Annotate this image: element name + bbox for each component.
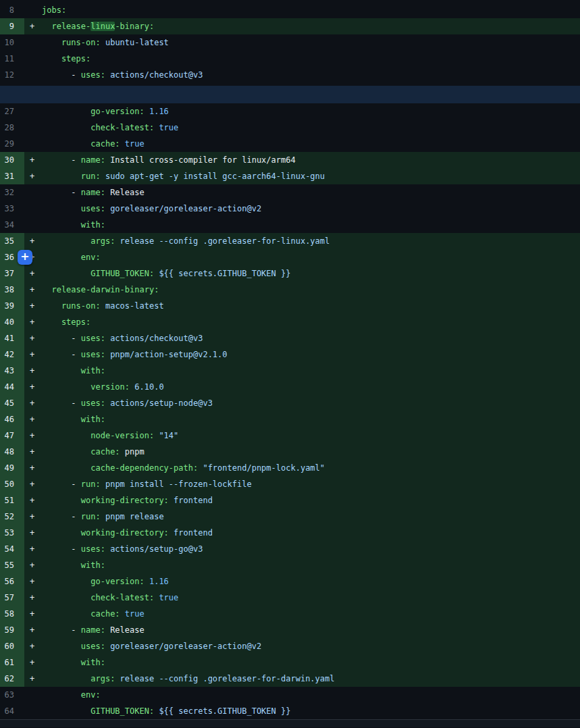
line-number[interactable]: 60 xyxy=(0,638,24,654)
line-number[interactable]: 46 xyxy=(0,411,24,427)
diff-line-42: 42+ - uses: pnpm/action-setup@v2.1.0 xyxy=(0,346,580,363)
line-number[interactable]: 58 xyxy=(0,606,24,622)
diff-line-45: 45+ - uses: actions/setup-node@v3 xyxy=(0,395,580,411)
line-number[interactable]: 9 xyxy=(0,18,24,34)
line-number[interactable]: 48 xyxy=(0,444,24,460)
diff-line-38: 38+ release-darwin-binary: xyxy=(0,282,580,298)
line-number[interactable]: 50 xyxy=(0,476,24,492)
diff-line-52: 52+ - run: pnpm release xyxy=(0,509,580,525)
line-number[interactable]: 35 xyxy=(0,233,24,249)
line-number[interactable]: 52 xyxy=(0,509,24,525)
code-text: working-directory: frontend xyxy=(42,492,213,509)
line-number[interactable]: 10 xyxy=(0,34,24,51)
line-number[interactable]: 62 xyxy=(0,671,24,687)
diff-marker: + xyxy=(24,654,42,671)
line-number[interactable]: 40 xyxy=(0,314,24,330)
diff-marker xyxy=(24,703,42,719)
diff-marker: + xyxy=(24,444,42,460)
line-number[interactable]: 41 xyxy=(0,330,24,346)
diff-marker xyxy=(24,217,42,233)
expand-hunk-row[interactable] xyxy=(0,86,580,103)
line-number[interactable]: 29 xyxy=(0,136,24,152)
diff-marker: + xyxy=(24,18,42,34)
diff-line-57: 57+ check-latest: true xyxy=(0,590,580,606)
line-number[interactable]: 55 xyxy=(0,557,24,573)
code-text: steps: xyxy=(42,51,90,67)
diff-marker: + xyxy=(24,233,42,249)
diff-line-10: 10 runs-on: ubuntu-latest xyxy=(0,34,580,51)
line-number[interactable]: 44 xyxy=(0,379,24,395)
code-text: cache-dependency-path: "frontend/pnpm-lo… xyxy=(42,460,325,476)
line-number[interactable]: 45 xyxy=(0,395,24,411)
line-number[interactable]: 54 xyxy=(0,541,24,557)
diff-marker: + xyxy=(24,314,42,330)
diff-line-34: 34 with: xyxy=(0,217,580,233)
line-number[interactable]: 53 xyxy=(0,525,24,541)
line-number[interactable]: 64 xyxy=(0,703,24,719)
code-text: - name: Install cross-compiler for linux… xyxy=(42,152,296,168)
diff-line-51: 51+ working-directory: frontend xyxy=(0,492,580,509)
diff-marker xyxy=(24,51,42,67)
code-text: release-darwin-binary: xyxy=(42,282,159,298)
diff-marker xyxy=(24,67,42,83)
code-text: GITHUB_TOKEN: ${{ secrets.GITHUB_TOKEN }… xyxy=(42,703,290,719)
diff-marker xyxy=(24,103,42,120)
line-number[interactable]: 30 xyxy=(0,152,24,168)
line-number[interactable]: 59 xyxy=(0,622,24,638)
diff-marker xyxy=(24,184,42,201)
code-text: node-version: "14" xyxy=(42,427,178,444)
diff-line-60: 60+ uses: goreleaser/goreleaser-action@v… xyxy=(0,638,580,654)
code-text: go-version: 1.16 xyxy=(42,103,169,120)
line-number[interactable]: 42 xyxy=(0,346,24,363)
code-text: - uses: actions/setup-go@v3 xyxy=(42,541,203,557)
line-number[interactable]: 32 xyxy=(0,184,24,201)
line-number[interactable]: 8 xyxy=(0,2,24,18)
line-number[interactable]: 11 xyxy=(0,51,24,67)
diff-marker: + xyxy=(24,298,42,314)
line-number[interactable]: 38 xyxy=(0,282,24,298)
line-number[interactable]: 27 xyxy=(0,103,24,120)
line-number[interactable]: 31 xyxy=(0,168,24,184)
line-number[interactable]: 43 xyxy=(0,363,24,379)
diff-line-43: 43+ with: xyxy=(0,363,580,379)
code-text: with: xyxy=(42,217,105,233)
code-text: steps: xyxy=(42,314,90,330)
diff-line-12: 12 - uses: actions/checkout@v3 xyxy=(0,67,580,83)
diff-line-33: 33 uses: goreleaser/goreleaser-action@v2 xyxy=(0,201,580,217)
line-number[interactable]: 56 xyxy=(0,573,24,590)
code-text: runs-on: ubuntu-latest xyxy=(42,34,169,51)
diff-line-41: 41+ - uses: actions/checkout@v3 xyxy=(0,330,580,346)
code-text: - name: Release xyxy=(42,622,144,638)
code-text: with: xyxy=(42,654,105,671)
diff-line-30: 30+ - name: Install cross-compiler for l… xyxy=(0,152,580,168)
line-number[interactable]: 33 xyxy=(0,201,24,217)
line-number[interactable]: 37 xyxy=(0,265,24,282)
line-number[interactable]: 47 xyxy=(0,427,24,444)
line-number[interactable]: 63 xyxy=(0,687,24,703)
code-text: with: xyxy=(42,411,105,427)
code-text: env: xyxy=(42,249,101,265)
diff-line-56: 56+ go-version: 1.16 xyxy=(0,573,580,590)
line-number[interactable]: 57 xyxy=(0,590,24,606)
diff-marker xyxy=(24,201,42,217)
code-text: env: xyxy=(42,687,101,703)
diff-line-40: 40+ steps: xyxy=(0,314,580,330)
line-number[interactable]: 34 xyxy=(0,217,24,233)
line-number[interactable]: 12 xyxy=(0,67,24,83)
code-text: args: release --config .goreleaser-for-l… xyxy=(42,233,329,249)
diff-marker: + xyxy=(24,622,42,638)
diff-marker xyxy=(24,136,42,152)
diff-marker: + xyxy=(24,330,42,346)
code-text: cache: pnpm xyxy=(42,444,144,460)
code-text: uses: goreleaser/goreleaser-action@v2 xyxy=(42,201,261,217)
diff-line-27: 27 go-version: 1.16 xyxy=(0,103,580,120)
code-text: - run: pnpm release xyxy=(42,509,164,525)
diff-marker: + xyxy=(24,411,42,427)
code-text: release-linux-binary: xyxy=(42,18,154,34)
line-number[interactable]: 39 xyxy=(0,298,24,314)
line-number[interactable]: 61 xyxy=(0,654,24,671)
line-number[interactable]: 51 xyxy=(0,492,24,509)
line-number[interactable]: 28 xyxy=(0,120,24,136)
line-number[interactable]: 49 xyxy=(0,460,24,476)
add-comment-button[interactable]: + xyxy=(18,250,32,265)
